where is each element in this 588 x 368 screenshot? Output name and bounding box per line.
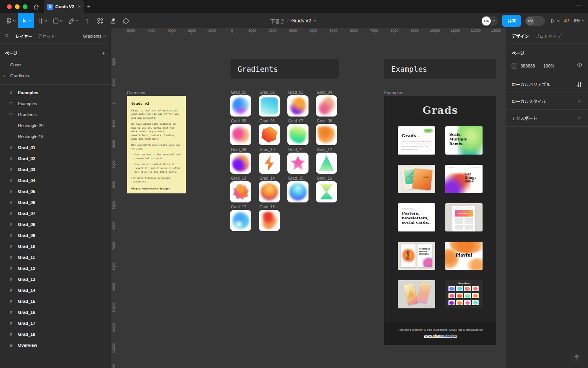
gradient-thumbnail[interactable] (287, 153, 309, 174)
gradient-frame-label[interactable]: Grad_15 (287, 176, 316, 181)
layer-row[interactable]: Grad_14 (0, 285, 111, 296)
examples-frame-label[interactable]: Examples (384, 90, 403, 95)
zoom-window-button[interactable] (23, 4, 27, 9)
breadcrumb-file-name[interactable]: Grads V2 (291, 18, 311, 24)
gradient-frame-label[interactable]: Grad_05 (230, 119, 259, 124)
example-card-newsletter[interactable]: Newsletter (445, 203, 483, 231)
gradient-thumbnail[interactable] (230, 95, 251, 117)
panel-section-row[interactable]: ローカルスタイル (506, 93, 588, 110)
layer-row[interactable]: Grad_04 (0, 175, 111, 186)
page-row[interactable]: ✓ Gradients (0, 70, 111, 81)
comment-tool-button[interactable] (120, 13, 132, 28)
layer-row[interactable]: Grad_11 (0, 252, 111, 263)
gradient-frame-label[interactable]: Grad_03 (287, 90, 316, 95)
gradient-frame-label[interactable]: Grad_01 (230, 90, 259, 95)
tab-overflow-menu[interactable]: ⋯ (577, 2, 583, 9)
gradient-frame-label[interactable]: Grad_16 (316, 176, 345, 181)
example-card-posters-minimal[interactable]: Tech Minimal poster designs (398, 242, 435, 270)
gradient-frame-label[interactable]: Grad_18 (259, 205, 287, 210)
new-tab-button[interactable]: + (87, 3, 91, 9)
example-card-posters[interactable]: Works best for... Posters, newsletters, … (398, 203, 435, 231)
layer-row[interactable]: Examples (0, 98, 111, 109)
gradient-thumbnail[interactable] (287, 95, 309, 117)
gradient-frame-label[interactable]: Grad_12 (316, 148, 345, 153)
gradient-frame-label[interactable]: Grad_06 (259, 119, 287, 124)
gradient-frame-label[interactable]: Grad_13 (230, 176, 259, 181)
tab-assets[interactable]: アセット (38, 33, 55, 39)
layer-row[interactable]: Grad_10 (0, 241, 111, 252)
text-tool-button[interactable] (81, 13, 94, 28)
main-menu-button[interactable] (2, 13, 18, 28)
examples-title-card[interactable]: Examples (384, 59, 496, 79)
gradient-frame-label[interactable]: Grad_02 (259, 90, 287, 95)
example-card-social[interactable]: Social media kits Classic (398, 165, 435, 193)
example-card-get-things-done[interactable]: Get things done (445, 165, 483, 193)
examples-frame[interactable]: Grads Free Grads v2 Grads is a collectio… (384, 96, 496, 345)
layer-row[interactable]: Grad_02 (0, 153, 111, 164)
move-tool-button[interactable] (18, 13, 34, 28)
section-action-icon[interactable] (576, 98, 583, 104)
opacity-field[interactable]: 100% (543, 64, 554, 68)
breadcrumb-folder[interactable]: 下書き (270, 18, 285, 24)
sticky-link[interactable]: https://www.charco.design/ (131, 187, 170, 190)
page-jump-dropdown[interactable]: Gradients (83, 34, 106, 38)
window-controls[interactable] (7, 4, 27, 9)
gradient-thumbnail[interactable] (230, 210, 251, 231)
gradient-frame-label[interactable]: Grad_17 (230, 205, 259, 210)
gradient-frame-label[interactable]: Grad_14 (259, 176, 287, 181)
layer-row[interactable]: Examples (0, 87, 111, 98)
frame-tool-button[interactable] (34, 13, 49, 28)
gradient-frame-label[interactable]: Grad_04 (316, 90, 345, 95)
page-row[interactable]: Cover (0, 59, 111, 70)
gradient-thumbnail[interactable] (316, 153, 337, 174)
panel-section-row[interactable]: エクスポート (506, 110, 588, 127)
gradient-thumbnail[interactable] (316, 124, 337, 145)
color-swatch[interactable] (512, 63, 517, 69)
current-user-menu[interactable]: Ua (481, 16, 498, 26)
layer-row[interactable]: Grad_05 (0, 186, 111, 197)
gradient-thumbnail[interactable] (259, 95, 280, 117)
layer-row[interactable]: Grad_03 (0, 164, 111, 175)
gradient-thumbnail[interactable] (287, 124, 309, 145)
gradient-thumbnail[interactable] (230, 124, 251, 145)
minimize-window-button[interactable] (15, 4, 20, 9)
panel-section-row[interactable]: ローカルバリアブル (506, 76, 588, 93)
layer-row[interactable]: Grad_13 (0, 274, 111, 285)
layer-row[interactable]: Grad_17 (0, 318, 111, 329)
close-window-button[interactable] (7, 4, 12, 9)
example-card-scale[interactable]: Scale. Multiply. Remix. (445, 126, 483, 155)
add-page-button[interactable]: + (102, 49, 105, 56)
tab-prototype[interactable]: プロトタイプ (535, 33, 561, 39)
gradient-frame-label[interactable]: Grad_10 (259, 148, 287, 153)
layer-row[interactable]: Grad_07 (0, 208, 111, 219)
hand-tool-button[interactable] (107, 13, 120, 28)
layer-row[interactable]: Grad_08 (0, 219, 111, 230)
document-tab[interactable]: ⌘ Grads V2 × (44, 0, 84, 13)
gradient-thumbnail[interactable] (259, 210, 280, 231)
layer-row[interactable]: Overview (0, 340, 111, 351)
actions-tool-button[interactable] (94, 13, 107, 28)
layer-row[interactable]: Rectangle 20 (0, 120, 111, 131)
layer-row[interactable]: Rectangle 19 (0, 131, 111, 142)
zoom-menu[interactable]: 6% (574, 18, 584, 23)
gradient-thumbnail[interactable] (230, 153, 251, 174)
gradient-frame-label[interactable]: Grad_08 (316, 119, 345, 124)
search-icon[interactable] (5, 33, 10, 38)
gradient-thumbnail[interactable] (316, 95, 337, 117)
gradients-title-card[interactable]: Gradients (230, 59, 339, 79)
canvas[interactable]: -5000-4000-3000-2000-1000010002000300040… (111, 28, 506, 368)
example-card-apps[interactable]: Pop your apps Charco design (398, 280, 435, 308)
layer-row[interactable]: Grad_15 (0, 296, 111, 307)
gradient-thumbnail[interactable] (316, 181, 337, 202)
gradient-frame-label[interactable]: Grad_09 (230, 148, 259, 153)
close-tab-icon[interactable]: × (78, 4, 81, 9)
layer-row[interactable]: Grad_01 (0, 142, 111, 153)
help-button[interactable]: ? (571, 352, 583, 363)
visibility-toggle[interactable] (577, 62, 583, 69)
color-hex-field[interactable]: 383838 (521, 64, 543, 68)
gradient-thumbnail[interactable] (287, 181, 309, 202)
dev-mode-toggle[interactable]: </> (525, 16, 545, 26)
layer-row[interactable]: Grad_09 (0, 230, 111, 241)
tab-design[interactable]: デザイン (512, 33, 529, 39)
layer-row[interactable]: Grad_16 (0, 307, 111, 318)
